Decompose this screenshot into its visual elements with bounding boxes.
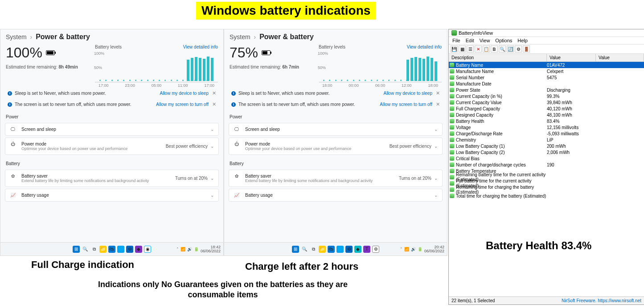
battery-tray-icon[interactable]: 🔋 — [194, 247, 199, 251]
card-screen-sleep[interactable]: 🖵Screen and sleep ⌄ — [229, 123, 443, 136]
edge-icon[interactable]: 🌐 — [117, 246, 124, 253]
table-row[interactable]: Number of charge/discharge cycles190 — [449, 162, 644, 168]
exit-icon[interactable]: 🚪 — [523, 45, 530, 53]
card-power-mode[interactable]: ⏻Power modeOptimise your device based on… — [229, 138, 443, 155]
app-icon[interactable]: ◆ — [354, 246, 361, 253]
close-icon[interactable]: ✕ — [436, 90, 440, 96]
copy-icon[interactable]: 📋 — [483, 45, 490, 53]
close-icon[interactable]: ✕ — [212, 101, 216, 107]
view-detailed-link[interactable]: View detailed info — [183, 45, 218, 49]
store-icon[interactable]: 🛍 — [328, 246, 335, 253]
table-row[interactable]: Designed Capacity48,100 mWh — [449, 112, 644, 118]
menu-view[interactable]: View — [480, 38, 490, 43]
chevron-up-icon[interactable]: ˄ — [176, 247, 179, 251]
table-row[interactable]: Current Capacity (in %)99.3% — [449, 93, 644, 99]
power-icon: ⏻ — [234, 142, 240, 146]
col-description[interactable]: Description — [449, 54, 547, 61]
tray-date[interactable]: 06/06/2022 — [424, 249, 444, 253]
table-row[interactable]: Current Capacity Value39,840 mWh — [449, 99, 644, 105]
view-detailed-link[interactable]: View detailed info — [407, 45, 442, 49]
wifi-icon[interactable]: 📶 — [404, 247, 409, 251]
card-battery-usage[interactable]: 📈Battery usage ⌄ — [5, 189, 219, 202]
taskbar[interactable]: ⊞ 🔍 ⧉ 📁 🛍 🌐 ⚙ ◆ ◉ ˄ 📶 🔊 🔋 18:4206/06/202… — [0, 242, 223, 255]
task-view-icon[interactable]: ⧉ — [90, 246, 98, 253]
allow-screen-off-link[interactable]: Allow my screen to turn off — [380, 102, 432, 107]
properties-icon[interactable]: 🗎 — [491, 45, 498, 53]
card-battery-saver[interactable]: ✿Battery saverExtend battery life by lim… — [5, 170, 219, 187]
search-icon[interactable]: 🔍 — [301, 246, 308, 253]
power-mode-value[interactable]: Best power efficiency — [166, 144, 208, 149]
menu-file[interactable]: File — [452, 38, 460, 43]
table-row[interactable]: Voltage12,156 millivolts — [449, 124, 644, 130]
breadcrumb-root[interactable]: System — [6, 33, 27, 41]
battery-tray-icon[interactable]: 🔋 — [418, 247, 422, 251]
table-row[interactable]: Full Charged Capacity40,120 mWh — [449, 105, 644, 112]
volume-icon[interactable]: 🔊 — [187, 247, 192, 251]
find-icon[interactable]: 🔍 — [499, 45, 506, 53]
card-battery-usage[interactable]: 📈Battery usage ⌄ — [229, 189, 443, 202]
table-row[interactable]: Low Battery Capacity (1)200 mWh — [449, 143, 644, 149]
app-icon[interactable]: ◆ — [135, 246, 142, 253]
delete-icon[interactable]: ✕ — [475, 45, 482, 53]
edge-icon[interactable]: 🌐 — [336, 246, 344, 253]
store-icon[interactable]: 🛍 — [108, 246, 115, 253]
card-screen-sleep[interactable]: 🖵Screen and sleep ⌄ — [5, 123, 219, 136]
table-row[interactable]: Serial Number5475 — [449, 74, 644, 81]
card-battery-saver[interactable]: ✿Battery saverExtend battery life by lim… — [229, 170, 443, 187]
app-icon-3[interactable]: ⚙ — [372, 246, 379, 253]
table-row[interactable]: ChemistryLiP — [449, 137, 644, 143]
tray-date[interactable]: 06/06/2022 — [201, 249, 221, 253]
status-link[interactable]: NirSoft Freeware. https://www.nirsoft.ne… — [562, 298, 641, 303]
settings-icon[interactable]: ⚙ — [345, 246, 353, 253]
grid-icon[interactable]: ▦ — [459, 45, 466, 53]
menu-help[interactable]: Help — [517, 38, 528, 43]
table-row[interactable]: Manufacture NameCelxpert — [449, 68, 644, 74]
card-subtitle: Optimise your device based on power use … — [245, 146, 351, 151]
breadcrumb-root[interactable]: System — [230, 33, 250, 41]
volume-icon[interactable]: 🔊 — [411, 247, 416, 251]
explorer-icon[interactable]: 📁 — [99, 246, 107, 253]
explorer-icon[interactable]: 📁 — [319, 246, 326, 253]
section-power: Power — [224, 110, 447, 121]
refresh-icon[interactable]: 🔄 — [507, 45, 514, 53]
start-icon[interactable]: ⊞ — [292, 246, 299, 253]
table-row[interactable]: Remaining time for charging the battery … — [449, 186, 644, 193]
table-row[interactable]: Critical Bias — [449, 155, 644, 162]
close-icon[interactable]: ✕ — [436, 101, 440, 107]
power-mode-value[interactable]: Best power efficiency — [390, 144, 431, 149]
alert-text: Sleep is set to Never, which uses more p… — [15, 91, 106, 96]
search-icon[interactable]: 🔍 — [82, 246, 89, 253]
allow-sleep-link[interactable]: Allow my device to sleep — [384, 91, 433, 96]
task-view-icon[interactable]: ⧉ — [310, 246, 317, 253]
table-row[interactable]: Charge/Discharge Rate-5,093 milliwatts — [449, 130, 644, 137]
col-value[interactable]: Value — [547, 54, 596, 61]
teams-icon[interactable]: T — [363, 246, 370, 253]
settings-panel-75: System › Power & battery 75% Estimated t… — [224, 29, 447, 256]
battery-percent: 75% — [230, 45, 319, 61]
col-value-2[interactable]: Value — [596, 54, 644, 61]
cell-value: 40,120 mWh — [547, 106, 596, 111]
table-row[interactable]: Battery Name01AV472 — [449, 62, 644, 68]
close-icon[interactable]: ✕ — [212, 90, 216, 96]
table-header[interactable]: Description Value Value — [449, 54, 644, 62]
taskbar[interactable]: ⊞ 🔍 ⧉ 📁 🛍 🌐 ⚙ ◆ T ⚙ ˄ 📶 🔊 🔋 20:4206/06/2… — [224, 242, 447, 255]
options-icon[interactable]: ⚙ — [515, 45, 522, 53]
menu-edit[interactable]: Edit — [466, 38, 474, 43]
allow-screen-off-link[interactable]: Allow my screen to turn off — [156, 102, 209, 107]
chevron-up-icon[interactable]: ˄ — [400, 247, 402, 251]
settings-icon[interactable]: ⚙ — [126, 246, 133, 253]
table-row[interactable]: Low Battery Capacity (2)2,006 mWh — [449, 149, 644, 155]
card-power-mode[interactable]: ⏻Power modeOptimise your device based on… — [5, 138, 219, 155]
wifi-icon[interactable]: 📶 — [180, 247, 185, 251]
save-icon[interactable]: 💾 — [451, 45, 458, 53]
allow-sleep-link[interactable]: Allow my device to sleep — [160, 91, 209, 96]
window-titlebar[interactable]: BatteryInfoView — [449, 29, 644, 37]
table-row[interactable]: Power StateDischarging — [449, 87, 644, 93]
list-icon[interactable]: ☰ — [467, 45, 474, 53]
start-icon[interactable]: ⊞ — [73, 246, 80, 253]
table-row[interactable]: Total time for charging the battery (Est… — [449, 193, 644, 199]
menu-options[interactable]: Options — [495, 38, 512, 43]
table-row[interactable]: Battery Health83.4% — [449, 118, 644, 124]
app-icon-2[interactable]: ◉ — [144, 246, 151, 253]
table-row[interactable]: Manufacture Date — [449, 81, 644, 87]
